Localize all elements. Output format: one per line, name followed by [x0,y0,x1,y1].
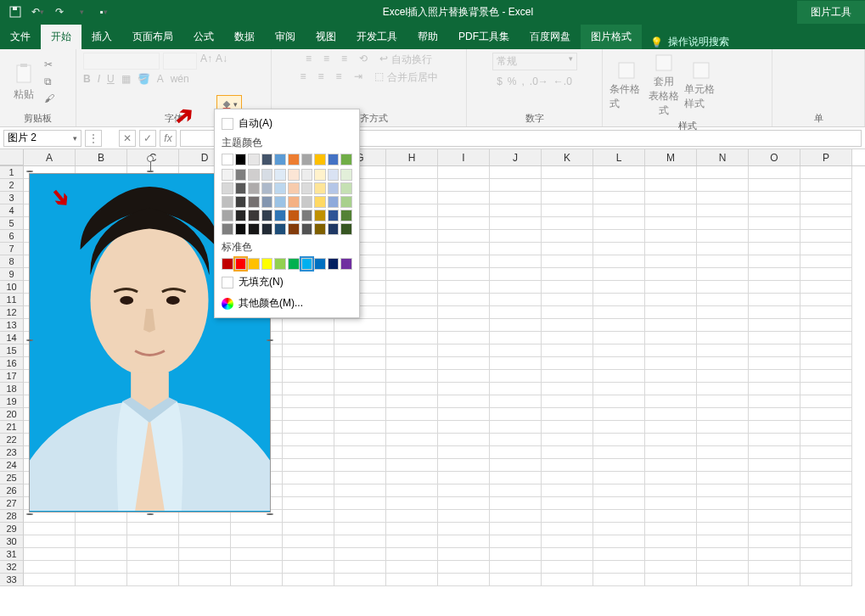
cell[interactable] [749,523,800,535]
cell[interactable] [386,408,438,421]
cell[interactable] [386,434,438,446]
cell[interactable] [231,561,283,574]
cell[interactable] [490,357,542,370]
cell[interactable] [593,484,645,497]
cell[interactable] [697,357,749,370]
cell[interactable] [749,421,800,434]
cell[interactable] [593,523,645,535]
cell[interactable] [490,535,542,548]
cell[interactable] [334,319,386,332]
standard-swatch[interactable] [235,258,247,270]
cell[interactable] [386,294,438,306]
col-header-B[interactable]: B [76,149,127,165]
cell[interactable] [334,484,386,497]
cell[interactable] [645,306,697,319]
row-header-31[interactable]: 31 [0,548,24,561]
orientation-icon[interactable]: ⟲ [359,53,368,67]
cell[interactable] [645,344,697,357]
row-header-14[interactable]: 14 [0,332,24,344]
theme-swatch[interactable] [235,154,247,165]
shade-swatch[interactable] [288,169,300,181]
cell[interactable] [593,574,645,586]
cell[interactable] [697,306,749,319]
cell[interactable] [490,574,542,586]
cell[interactable] [490,446,542,459]
cell[interactable] [697,268,749,281]
shade-swatch[interactable] [248,210,260,221]
cell[interactable] [438,383,490,395]
cell[interactable] [593,561,645,574]
cell[interactable] [800,217,852,230]
resize-handle-bm[interactable] [147,513,154,515]
cell[interactable] [24,535,76,548]
cell[interactable] [283,497,334,510]
cell[interactable] [179,523,231,535]
col-header-I[interactable]: I [438,149,490,165]
shade-swatch[interactable] [248,196,260,208]
cell[interactable] [645,484,697,497]
cell[interactable] [438,472,490,484]
row-header-21[interactable]: 21 [0,421,24,434]
cell[interactable] [542,179,593,192]
cell[interactable] [542,395,593,408]
cell[interactable] [283,574,334,586]
cell[interactable] [749,281,800,294]
cell[interactable] [645,281,697,294]
row-header-24[interactable]: 24 [0,459,24,472]
cell[interactable] [697,255,749,268]
qat-more[interactable]: ▾ [71,3,92,21]
standard-swatch[interactable] [301,258,313,270]
cell[interactable] [542,370,593,383]
cell[interactable] [386,459,438,472]
cell[interactable] [490,204,542,217]
col-header-N[interactable]: N [697,149,749,165]
shade-swatch[interactable] [328,169,340,181]
standard-swatch[interactable] [222,258,233,270]
cell[interactable] [645,370,697,383]
cell[interactable] [593,243,645,255]
cell[interactable] [593,255,645,268]
cell[interactable] [283,332,334,344]
cell[interactable] [127,561,179,574]
standard-swatch[interactable] [261,258,273,270]
number-format-dropdown[interactable]: 常规▾ [492,53,577,70]
cell[interactable] [800,344,852,357]
resize-handle-tl[interactable] [26,171,33,172]
shade-swatch[interactable] [235,196,247,208]
cell[interactable] [438,166,490,179]
cell[interactable] [542,217,593,230]
cell[interactable] [490,255,542,268]
shade-swatch[interactable] [301,210,313,221]
tab-formula[interactable]: 公式 [183,25,224,49]
shade-swatch[interactable] [261,196,273,208]
shade-swatch[interactable] [248,169,260,181]
cell[interactable] [179,574,231,586]
cell[interactable] [800,472,852,484]
cell[interactable] [334,421,386,434]
copy-icon[interactable]: ⧉ [44,76,54,87]
cell[interactable] [334,332,386,344]
format-painter-icon[interactable]: 🖌 [44,92,54,104]
cell[interactable] [697,561,749,574]
cell[interactable] [386,344,438,357]
cell[interactable] [542,255,593,268]
cell[interactable] [749,230,800,243]
cell[interactable] [593,548,645,561]
cell[interactable] [386,561,438,574]
cell[interactable] [438,535,490,548]
cell[interactable] [697,408,749,421]
conditional-format-button[interactable]: 条件格式 [609,60,643,111]
row-header-12[interactable]: 12 [0,306,24,319]
cell[interactable] [76,548,127,561]
cell[interactable] [800,319,852,332]
cell[interactable] [645,166,697,179]
cell[interactable] [645,535,697,548]
cell[interactable] [490,306,542,319]
cell[interactable] [542,357,593,370]
cell[interactable] [386,421,438,434]
shade-swatch[interactable] [261,182,273,194]
name-box[interactable]: 图片 2▾ [3,130,81,147]
cell[interactable] [800,510,852,523]
cell-styles-button[interactable]: 单元格样式 [684,60,718,111]
cell[interactable] [697,192,749,204]
